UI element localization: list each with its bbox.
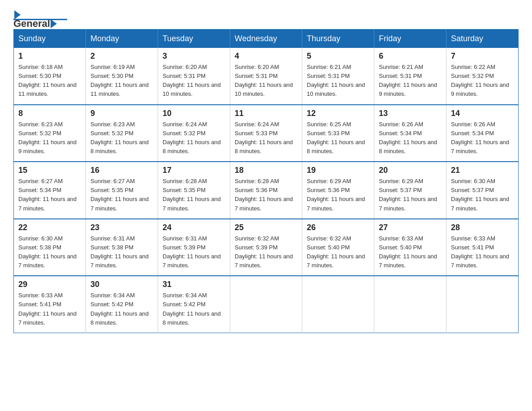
- day-number: 17: [163, 166, 225, 175]
- day-number: 21: [451, 166, 514, 175]
- calendar-cell: 24Sunrise: 6:31 AMSunset: 5:39 PMDayligh…: [158, 219, 230, 276]
- calendar-cell: 16Sunrise: 6:27 AMSunset: 5:35 PMDayligh…: [86, 162, 158, 219]
- calendar-cell: 9Sunrise: 6:23 AMSunset: 5:32 PMDaylight…: [86, 105, 158, 162]
- day-info: Sunrise: 6:19 AMSunset: 5:30 PMDaylight:…: [90, 63, 153, 99]
- header-monday: Monday: [86, 30, 158, 48]
- day-number: 15: [18, 166, 81, 175]
- calendar-week-row: 1Sunrise: 6:18 AMSunset: 5:30 PMDaylight…: [14, 48, 519, 105]
- day-info: Sunrise: 6:23 AMSunset: 5:32 PMDaylight:…: [90, 120, 153, 156]
- day-number: 14: [451, 109, 514, 118]
- day-info: Sunrise: 6:26 AMSunset: 5:34 PMDaylight:…: [379, 120, 442, 156]
- day-info: Sunrise: 6:20 AMSunset: 5:31 PMDaylight:…: [235, 63, 297, 99]
- calendar-cell: 14Sunrise: 6:26 AMSunset: 5:34 PMDayligh…: [446, 105, 519, 162]
- calendar-cell: 6Sunrise: 6:21 AMSunset: 5:31 PMDaylight…: [374, 48, 446, 105]
- calendar-cell: 5Sunrise: 6:21 AMSunset: 5:31 PMDaylight…: [302, 48, 374, 105]
- day-number: 5: [307, 51, 369, 61]
- day-info: Sunrise: 6:29 AMSunset: 5:37 PMDaylight:…: [379, 177, 442, 213]
- calendar-cell: 23Sunrise: 6:31 AMSunset: 5:38 PMDayligh…: [86, 219, 158, 276]
- day-number: 12: [307, 109, 369, 118]
- day-number: 9: [90, 109, 153, 118]
- day-info: Sunrise: 6:24 AMSunset: 5:33 PMDaylight:…: [235, 120, 297, 156]
- day-number: 27: [379, 223, 442, 232]
- calendar-cell: 12Sunrise: 6:25 AMSunset: 5:33 PMDayligh…: [302, 105, 374, 162]
- calendar-cell: 4Sunrise: 6:20 AMSunset: 5:31 PMDaylight…: [230, 48, 302, 105]
- day-number: 3: [163, 51, 225, 61]
- day-info: Sunrise: 6:27 AMSunset: 5:35 PMDaylight:…: [90, 177, 153, 213]
- day-number: 16: [90, 166, 153, 175]
- calendar-cell: 1Sunrise: 6:18 AMSunset: 5:30 PMDaylight…: [14, 48, 86, 105]
- day-number: 31: [163, 280, 225, 289]
- day-info: Sunrise: 6:26 AMSunset: 5:34 PMDaylight:…: [451, 120, 514, 156]
- day-info: Sunrise: 6:28 AMSunset: 5:36 PMDaylight:…: [235, 177, 297, 213]
- calendar-header-row: SundayMondayTuesdayWednesdayThursdayFrid…: [14, 30, 519, 48]
- header-saturday: Saturday: [446, 30, 519, 48]
- calendar-week-row: 29Sunrise: 6:33 AMSunset: 5:41 PMDayligh…: [14, 276, 519, 333]
- calendar-cell: 13Sunrise: 6:26 AMSunset: 5:34 PMDayligh…: [374, 105, 446, 162]
- day-number: 8: [18, 109, 81, 118]
- day-info: Sunrise: 6:20 AMSunset: 5:31 PMDaylight:…: [163, 63, 225, 99]
- day-info: Sunrise: 6:33 AMSunset: 5:41 PMDaylight:…: [18, 291, 81, 327]
- day-number: 26: [307, 223, 369, 232]
- calendar-cell: [302, 276, 374, 333]
- logo-underline: [13, 19, 67, 20]
- day-info: Sunrise: 6:25 AMSunset: 5:33 PMDaylight:…: [307, 120, 369, 156]
- day-info: Sunrise: 6:21 AMSunset: 5:31 PMDaylight:…: [307, 63, 369, 99]
- calendar-week-row: 15Sunrise: 6:27 AMSunset: 5:34 PMDayligh…: [14, 162, 519, 219]
- calendar-cell: 25Sunrise: 6:32 AMSunset: 5:39 PMDayligh…: [230, 219, 302, 276]
- calendar-cell: 2Sunrise: 6:19 AMSunset: 5:30 PMDaylight…: [86, 48, 158, 105]
- calendar-week-row: 22Sunrise: 6:30 AMSunset: 5:38 PMDayligh…: [14, 219, 519, 276]
- day-info: Sunrise: 6:18 AMSunset: 5:30 PMDaylight:…: [18, 63, 81, 99]
- day-info: Sunrise: 6:21 AMSunset: 5:31 PMDaylight:…: [379, 63, 442, 99]
- day-number: 7: [451, 51, 514, 61]
- calendar-cell: 21Sunrise: 6:30 AMSunset: 5:37 PMDayligh…: [446, 162, 519, 219]
- calendar-cell: 17Sunrise: 6:28 AMSunset: 5:35 PMDayligh…: [158, 162, 230, 219]
- calendar-cell: 31Sunrise: 6:34 AMSunset: 5:42 PMDayligh…: [158, 276, 230, 333]
- calendar-cell: 10Sunrise: 6:24 AMSunset: 5:32 PMDayligh…: [158, 105, 230, 162]
- header-friday: Friday: [374, 30, 446, 48]
- calendar-cell: 18Sunrise: 6:28 AMSunset: 5:36 PMDayligh…: [230, 162, 302, 219]
- calendar-week-row: 8Sunrise: 6:23 AMSunset: 5:32 PMDaylight…: [14, 105, 519, 162]
- day-info: Sunrise: 6:30 AMSunset: 5:37 PMDaylight:…: [451, 177, 514, 213]
- day-number: 2: [90, 51, 153, 61]
- calendar-cell: 15Sunrise: 6:27 AMSunset: 5:34 PMDayligh…: [14, 162, 86, 219]
- day-info: Sunrise: 6:32 AMSunset: 5:39 PMDaylight:…: [235, 234, 297, 270]
- header-thursday: Thursday: [302, 30, 374, 48]
- calendar-cell: 8Sunrise: 6:23 AMSunset: 5:32 PMDaylight…: [14, 105, 86, 162]
- day-info: Sunrise: 6:34 AMSunset: 5:42 PMDaylight:…: [163, 291, 225, 327]
- day-number: 11: [235, 109, 297, 118]
- day-info: Sunrise: 6:24 AMSunset: 5:32 PMDaylight:…: [163, 120, 225, 156]
- day-info: Sunrise: 6:32 AMSunset: 5:40 PMDaylight:…: [307, 234, 369, 270]
- calendar-cell: [374, 276, 446, 333]
- logo: General: [13, 9, 67, 20]
- calendar-cell: 29Sunrise: 6:33 AMSunset: 5:41 PMDayligh…: [14, 276, 86, 333]
- day-number: 20: [379, 166, 442, 175]
- calendar-cell: 28Sunrise: 6:33 AMSunset: 5:41 PMDayligh…: [446, 219, 519, 276]
- calendar-cell: 26Sunrise: 6:32 AMSunset: 5:40 PMDayligh…: [302, 219, 374, 276]
- day-info: Sunrise: 6:33 AMSunset: 5:41 PMDaylight:…: [451, 234, 514, 270]
- header-sunday: Sunday: [14, 30, 86, 48]
- day-number: 24: [163, 223, 225, 232]
- day-info: Sunrise: 6:22 AMSunset: 5:32 PMDaylight:…: [451, 63, 514, 99]
- calendar-cell: 20Sunrise: 6:29 AMSunset: 5:37 PMDayligh…: [374, 162, 446, 219]
- day-number: 22: [18, 223, 81, 232]
- calendar-cell: 22Sunrise: 6:30 AMSunset: 5:38 PMDayligh…: [14, 219, 86, 276]
- day-number: 13: [379, 109, 442, 118]
- logo-triangle-icon: [51, 19, 57, 28]
- day-number: 1: [18, 51, 81, 61]
- calendar-cell: 7Sunrise: 6:22 AMSunset: 5:32 PMDaylight…: [446, 48, 519, 105]
- day-number: 30: [90, 280, 153, 289]
- day-info: Sunrise: 6:30 AMSunset: 5:38 PMDaylight:…: [18, 234, 81, 270]
- day-number: 19: [307, 166, 369, 175]
- calendar-cell: [230, 276, 302, 333]
- day-info: Sunrise: 6:28 AMSunset: 5:35 PMDaylight:…: [163, 177, 225, 213]
- calendar-cell: 19Sunrise: 6:29 AMSunset: 5:36 PMDayligh…: [302, 162, 374, 219]
- calendar-cell: 11Sunrise: 6:24 AMSunset: 5:33 PMDayligh…: [230, 105, 302, 162]
- header-wednesday: Wednesday: [230, 30, 302, 48]
- header-tuesday: Tuesday: [158, 30, 230, 48]
- calendar-cell: 3Sunrise: 6:20 AMSunset: 5:31 PMDaylight…: [158, 48, 230, 105]
- day-info: Sunrise: 6:31 AMSunset: 5:38 PMDaylight:…: [90, 234, 153, 270]
- day-info: Sunrise: 6:33 AMSunset: 5:40 PMDaylight:…: [379, 234, 442, 270]
- day-info: Sunrise: 6:27 AMSunset: 5:34 PMDaylight:…: [18, 177, 81, 213]
- calendar-cell: 30Sunrise: 6:34 AMSunset: 5:42 PMDayligh…: [86, 276, 158, 333]
- day-info: Sunrise: 6:34 AMSunset: 5:42 PMDaylight:…: [90, 291, 153, 327]
